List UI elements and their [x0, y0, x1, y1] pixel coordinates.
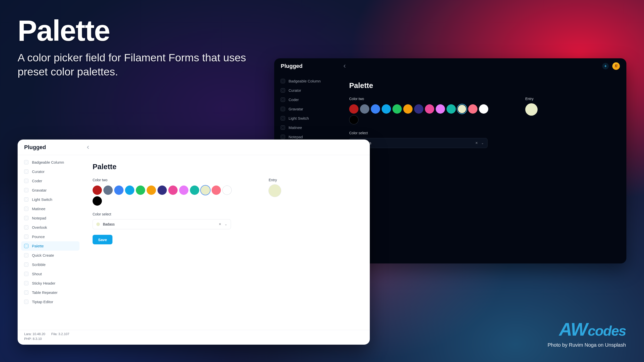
- color-swatch[interactable]: [136, 186, 145, 195]
- clear-icon[interactable]: ×: [219, 222, 221, 227]
- color-swatch[interactable]: [93, 186, 102, 195]
- content-dark: Palette Color two Entry Color select Bad…: [340, 74, 626, 249]
- sidebar-item-notepad[interactable]: Notepad: [21, 213, 79, 223]
- color-swatch[interactable]: [212, 186, 221, 195]
- sidebar-item-overlook[interactable]: Overlook: [21, 223, 79, 232]
- color-two-label: Color two: [349, 97, 490, 101]
- color-swatch[interactable]: [114, 186, 124, 195]
- sidebar-item-pounce[interactable]: Pounce: [21, 232, 79, 241]
- sidebar-item-matinee[interactable]: Matinee: [278, 123, 336, 132]
- entry-swatch: [525, 103, 538, 116]
- select-dot: [96, 222, 100, 226]
- color-swatch[interactable]: [414, 104, 423, 114]
- chevron-down-icon[interactable]: ⌄: [225, 222, 227, 226]
- color-swatch[interactable]: [125, 186, 134, 195]
- sidebar-item-label: Matinee: [32, 207, 45, 211]
- sidebar-item-badgeable-column[interactable]: Badgeable Column: [278, 76, 336, 86]
- sidebar-item-shout[interactable]: Shout: [21, 269, 79, 279]
- color-swatch[interactable]: [382, 104, 391, 114]
- sidebar-item-matinee[interactable]: Matinee: [21, 204, 79, 213]
- sidebar-item-label: Curator: [289, 88, 301, 93]
- square-icon: [24, 179, 28, 183]
- square-icon: [24, 216, 28, 220]
- content-light: Palette Color two Entry Color select Bad…: [83, 155, 370, 330]
- color-two-label: Color two: [93, 178, 233, 182]
- color-swatch[interactable]: [436, 104, 445, 114]
- sidebar-item-curator[interactable]: Curator: [21, 167, 79, 176]
- sidebar-light: Badgeable ColumnCuratorCoderGravatarLigh…: [18, 155, 83, 330]
- save-button[interactable]: Save: [93, 235, 112, 244]
- sidebar-item-badgeable-column[interactable]: Badgeable Column: [21, 158, 79, 167]
- square-icon: [24, 235, 28, 239]
- square-icon: [24, 272, 28, 276]
- sidebar-item-sticky-header[interactable]: Sticky Header: [21, 279, 79, 288]
- color-select-field[interactable]: Badass × ⌄: [93, 219, 231, 229]
- clear-icon[interactable]: ×: [475, 141, 478, 145]
- color-swatch[interactable]: [222, 186, 232, 195]
- collapse-sidebar-button[interactable]: [86, 146, 90, 149]
- sidebar-item-label: Light Switch: [32, 197, 52, 202]
- chevron-down-icon[interactable]: ⌄: [481, 141, 484, 145]
- sidebar-item-gravatar[interactable]: Gravatar: [21, 186, 79, 195]
- sidebar-item-label: Palette: [32, 244, 44, 248]
- entry-swatch: [269, 185, 281, 197]
- color-swatch[interactable]: [157, 186, 167, 195]
- color-select-label: Color select: [349, 131, 617, 135]
- color-swatch[interactable]: [349, 104, 358, 114]
- photo-credit: Photo by Ruvim Noga on Unsplash: [548, 342, 626, 348]
- color-swatch[interactable]: [93, 196, 102, 206]
- color-swatch[interactable]: [403, 104, 413, 114]
- square-icon: [24, 188, 28, 192]
- color-swatch[interactable]: [468, 104, 477, 114]
- color-swatch[interactable]: [371, 104, 380, 114]
- sidebar-item-scribble[interactable]: Scribble: [21, 260, 79, 269]
- square-icon: [24, 244, 28, 248]
- sidebar-item-label: Quick Create: [32, 253, 54, 257]
- collapse-sidebar-button[interactable]: [343, 64, 346, 68]
- sidebar-item-coder[interactable]: Coder: [21, 176, 79, 186]
- hero-title: Palette: [18, 16, 249, 46]
- square-icon: [281, 98, 285, 102]
- square-icon: [24, 169, 28, 174]
- color-swatch[interactable]: [190, 186, 199, 195]
- color-swatch[interactable]: [147, 186, 156, 195]
- square-icon: [281, 107, 285, 111]
- sidebar-item-table-repeater[interactable]: Table Repeater: [21, 288, 79, 297]
- brand-aw: AW: [559, 319, 587, 340]
- square-icon: [24, 160, 28, 164]
- color-swatch[interactable]: [425, 104, 434, 114]
- color-swatch[interactable]: [179, 186, 188, 195]
- color-swatch[interactable]: [360, 104, 369, 114]
- panel-footer-light: Lara: 10.48.20 Fila: 3.2.107 PHP: 8.3.10: [18, 330, 370, 345]
- sidebar-item-label: Badgeable Column: [289, 79, 321, 83]
- sidebar-item-gravatar[interactable]: Gravatar: [278, 104, 336, 114]
- panel-header-light: Plugged: [18, 140, 370, 155]
- hero-subtitle: A color picker field for Filament Forms …: [18, 51, 249, 79]
- color-swatch[interactable]: [479, 104, 488, 114]
- sidebar-item-coder[interactable]: Coder: [278, 95, 336, 104]
- app-title-dark: Plugged: [281, 63, 303, 69]
- sidebar-item-label: Notepad: [32, 216, 46, 220]
- sidebar-item-quick-create[interactable]: Quick Create: [21, 251, 79, 260]
- sidebar-item-label: Gravatar: [289, 107, 303, 111]
- sidebar-item-light-switch[interactable]: Light Switch: [21, 195, 79, 204]
- square-icon: [24, 262, 28, 267]
- entry-label: Entry: [525, 97, 538, 101]
- color-swatch[interactable]: [103, 186, 113, 195]
- square-icon: [281, 88, 285, 93]
- color-swatch[interactable]: [457, 104, 467, 114]
- sidebar-item-light-switch[interactable]: Light Switch: [278, 114, 336, 123]
- color-swatch[interactable]: [168, 186, 178, 195]
- sidebar-item-palette[interactable]: Palette: [21, 241, 79, 251]
- color-swatch[interactable]: [392, 104, 402, 114]
- color-two-swatches-light: [93, 186, 233, 206]
- sidebar-item-tiptap-editor[interactable]: Tiptap Editor: [21, 297, 79, 306]
- sidebar-item-curator[interactable]: Curator: [278, 86, 336, 95]
- color-swatch[interactable]: [349, 115, 358, 124]
- entry-label: Entry: [269, 178, 281, 182]
- color-select-field[interactable]: Badass × ⌄: [349, 138, 488, 148]
- user-avatar[interactable]: fi: [612, 62, 620, 70]
- color-swatch[interactable]: [201, 186, 210, 195]
- add-button[interactable]: +: [602, 63, 609, 69]
- color-swatch[interactable]: [447, 104, 456, 114]
